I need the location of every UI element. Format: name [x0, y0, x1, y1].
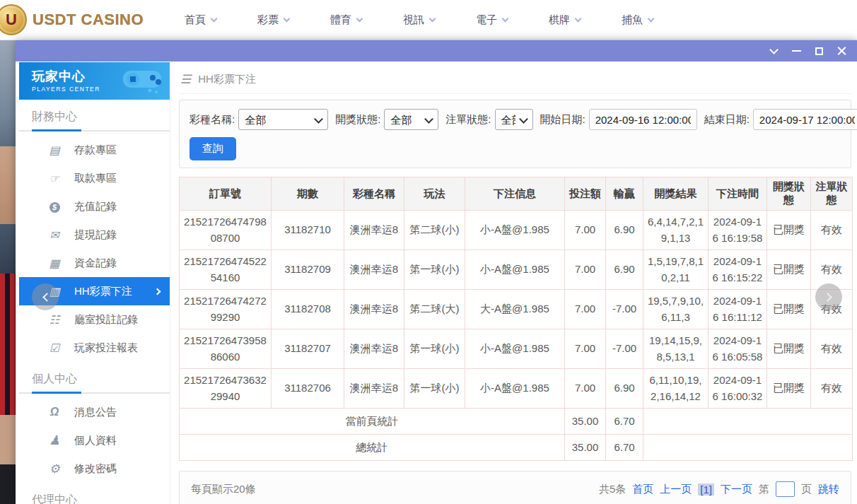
profile-icon	[46, 433, 63, 448]
chevron-down-icon	[356, 15, 363, 22]
end-date-input[interactable]	[753, 109, 857, 130]
col-order-id: 訂單號	[180, 177, 272, 211]
window-maximize-button[interactable]	[808, 42, 830, 60]
screen: U USDT CASINO 首頁 彩票 體育 視訊 電子 棋牌 捕魚	[0, 0, 857, 504]
start-date-label: 開始日期:	[540, 113, 585, 127]
gear-icon	[46, 462, 63, 476]
draw-status-label: 開獎狀態:	[335, 113, 380, 127]
nav-item-fishing[interactable]: 捕魚	[622, 13, 694, 27]
jump-suffix-label: 页	[801, 483, 812, 496]
lottery-name-select[interactable]: 全部	[238, 109, 328, 130]
sidebar-banner: 玩家中心 PLAYERS CENTER	[19, 62, 170, 100]
section-divider	[19, 392, 170, 394]
prev-page-link[interactable]: 上一页	[660, 483, 692, 496]
hamburger-icon[interactable]	[180, 72, 191, 87]
lottery-name-label: 彩種名稱:	[190, 113, 235, 127]
jump-link[interactable]: 跳转	[818, 483, 839, 496]
report-icon	[46, 341, 63, 355]
end-date-label: 結束日期:	[704, 113, 750, 127]
col-bet-amount: 投注額	[565, 177, 606, 211]
sidebar-item-profile[interactable]: 個人資料	[19, 426, 170, 455]
jump-prefix-label: 第	[759, 483, 769, 496]
sidebar-item-withdraw[interactable]: 取款專區	[19, 164, 170, 192]
nav-menu: 首頁 彩票 體育 視訊 電子 棋牌 捕魚	[185, 13, 694, 27]
query-button[interactable]: 查詢	[190, 137, 236, 160]
chevron-down-icon	[575, 15, 582, 22]
sidebar-item-funds-record[interactable]: 資金記錄	[19, 249, 170, 277]
first-page-link[interactable]: 首页	[632, 483, 653, 496]
window-minimize-button[interactable]	[785, 42, 808, 60]
col-draw-status: 開獎狀態	[767, 177, 811, 211]
page-number-input[interactable]	[776, 481, 795, 497]
page-summary-row: 當前頁統計 35.00 6.70	[180, 409, 853, 435]
window-titlebar[interactable]	[16, 40, 857, 61]
sidebar-item-announcements[interactable]: 消息公告	[19, 398, 170, 426]
chevron-down-icon	[769, 45, 779, 54]
total-summary-row: 總統計 35.00 6.70	[180, 435, 853, 461]
table-row: 215217264739588606031182707澳洲幸运8第一球(小)小-…	[180, 329, 853, 369]
page-title: HH彩票下注	[198, 73, 256, 86]
moneybag-icon	[46, 200, 63, 213]
total-summary-bet-amount: 35.00	[565, 435, 606, 461]
window-close-button[interactable]	[830, 42, 853, 60]
col-order-status: 注單狀態	[811, 177, 853, 211]
site-navbar: U USDT CASINO 首頁 彩票 體育 視訊 電子 棋牌 捕魚	[0, 0, 857, 40]
nav-item-live[interactable]: 視訊	[403, 13, 476, 27]
col-period: 期數	[272, 177, 344, 211]
sidebar-item-deposit[interactable]: 存款專區	[19, 136, 170, 164]
funds-icon	[46, 257, 63, 270]
chevron-left-icon	[42, 293, 52, 302]
order-status-select[interactable]: 全部	[495, 109, 533, 130]
table-row: 215217264742729929031182708澳洲幸运8第二球(大)大-…	[180, 290, 853, 329]
page-summary-win-loss: 6.70	[606, 409, 643, 435]
col-bet-info: 下注信息	[465, 177, 565, 211]
nav-item-sports[interactable]: 體育	[330, 13, 403, 27]
table-row: 215217264747980870031182710澳洲幸运8第二球(小)小-…	[180, 211, 853, 250]
order-status-select-wrap: 全部	[495, 109, 533, 130]
draw-status-select-wrap: 全部	[384, 109, 438, 130]
chevron-down-icon	[429, 15, 436, 22]
table-row: 215217264736322994031182706澳洲幸运8第一球(小)小-…	[180, 369, 853, 409]
start-date-input[interactable]	[589, 109, 697, 130]
player-center-window: 玩家中心 PLAYERS CENTER 財務中心 存款專區 取款專區	[16, 40, 857, 504]
table-row: 215217264745225416031182709澳洲幸运8第一球(小)小-…	[180, 250, 853, 290]
sidebar-item-withdraw-record[interactable]: 提現記錄	[19, 221, 170, 249]
nav-item-slots[interactable]: 電子	[476, 13, 549, 27]
nav-item-lottery[interactable]: 彩票	[257, 13, 330, 27]
col-bet-time: 下注時間	[709, 177, 767, 211]
filter-panel: 彩種名稱: 全部 開獎狀態: 全部 注單狀態: 全部 開始日期:	[179, 100, 851, 168]
section-divider	[19, 130, 170, 131]
main-content: HH彩票下注 彩種名稱: 全部 開獎狀態: 全部 注單狀態:	[170, 61, 857, 504]
pagination-bar: 每頁顯示20條 共5条 首页 上一页 [1] 下一页 第 页 跳转	[179, 471, 851, 504]
table-header-row: 訂單號 期數 彩種名稱 玩法 下注信息 投注額 輸贏 開獎結果 下注時間 開獎狀…	[180, 177, 853, 211]
sidebar: 玩家中心 PLAYERS CENTER 財務中心 存款專區 取款專區	[19, 61, 170, 504]
sidebar-item-player-bet-report[interactable]: 玩家投注報表	[19, 334, 170, 362]
hall-record-icon	[46, 313, 63, 327]
sidebar-item-change-password[interactable]: 修改密碼	[19, 455, 170, 483]
total-summary-win-loss: 6.70	[606, 435, 643, 461]
coin-logo-icon: U	[0, 4, 27, 35]
scroll-right-button[interactable]	[815, 283, 842, 310]
next-page-link[interactable]: 下一页	[721, 483, 752, 496]
current-page-badge[interactable]: [1]	[698, 484, 714, 496]
section-title-personal: 個人中心	[19, 362, 170, 392]
gamepad-icon	[119, 65, 165, 96]
coin-letter: U	[6, 11, 17, 29]
scroll-left-button[interactable]	[32, 283, 59, 310]
chevron-right-icon	[154, 288, 161, 295]
section-title-finance: 財務中心	[19, 100, 170, 130]
nav-item-home[interactable]: 首頁	[185, 13, 257, 27]
wallet-icon	[46, 228, 63, 242]
brand-logo[interactable]: U USDT CASINO	[0, 4, 144, 35]
window-restore-button[interactable]	[762, 42, 785, 60]
col-lottery: 彩種名稱	[344, 177, 404, 211]
sidebar-item-recharge-record[interactable]: 充值記錄	[19, 192, 170, 221]
deposit-card-icon	[46, 143, 63, 157]
col-play: 玩法	[404, 177, 465, 211]
bets-table: 訂單號 期數 彩種名稱 玩法 下注信息 投注額 輸贏 開獎結果 下注時間 開獎狀…	[179, 177, 853, 461]
close-icon	[837, 47, 846, 56]
page-summary-bet-amount: 35.00	[565, 409, 606, 435]
section-title-agent: 代理中心	[19, 483, 170, 504]
nav-item-cards[interactable]: 棋牌	[549, 13, 622, 27]
draw-status-select[interactable]: 全部	[384, 109, 438, 130]
